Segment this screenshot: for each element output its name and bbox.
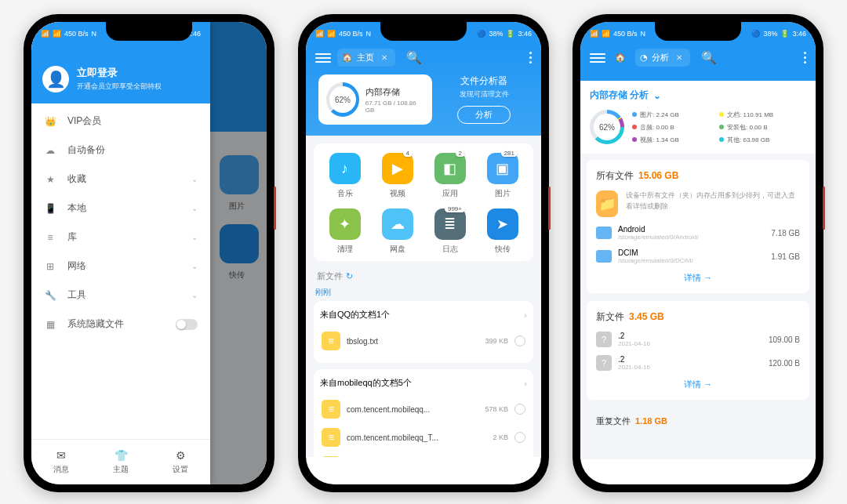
file-row[interactable]: ≡com.tencent.mobileqq_T...2 KB	[320, 423, 527, 451]
notch	[380, 22, 467, 41]
checkbox[interactable]	[514, 404, 525, 415]
menu-icon: ≡	[44, 232, 56, 243]
chevron-down-icon: ⌄	[191, 175, 198, 183]
file-size: 399 KB	[485, 337, 508, 345]
count-badge: 2	[456, 150, 465, 157]
file-date: 2021-04-16	[618, 340, 650, 347]
category-icon: ✦	[329, 208, 361, 240]
count-badge: 999+	[445, 205, 465, 212]
file-group-qq: 来自QQ的文档1个› ≡tbslog.txt399 KB	[314, 301, 533, 363]
category-item[interactable]: ◧应用2	[424, 153, 476, 199]
drawer-item[interactable]: 📱本地⌄	[31, 194, 210, 223]
refresh-icon[interactable]: ↻	[346, 271, 353, 281]
legend-dot	[632, 137, 637, 142]
new-file-row[interactable]: ?.22021-04-16120.00 B	[596, 355, 800, 371]
stats-panel: 62% 图片: 2.24 GB文档: 110.91 MB音频: 0.00 B安装…	[580, 105, 816, 154]
category-item[interactable]: ≣日志999+	[424, 208, 476, 255]
login-subtitle: 开通会员立即享受全部特权	[77, 82, 162, 92]
storage-card[interactable]: 62% 内部存储 67.71 GB / 108.86 GB	[318, 74, 432, 125]
dropdown-icon[interactable]: ⌄	[653, 90, 661, 101]
category-label: 图片	[495, 188, 511, 199]
footer-item[interactable]: 👕主题	[91, 440, 151, 484]
category-item[interactable]: ☁网盘	[371, 208, 424, 255]
time-label: 刚刚	[315, 287, 532, 298]
category-item[interactable]: ✦清理	[318, 208, 371, 255]
tab-home[interactable]: 🏠 主页 ✕	[337, 49, 395, 67]
checkbox[interactable]	[514, 335, 525, 346]
file-name: .2	[618, 332, 650, 340]
category-item[interactable]: ➤快传	[476, 208, 529, 255]
legend-item: 安装包: 0.00 B	[719, 123, 806, 132]
drawer-item[interactable]: ⊞网络⌄	[31, 252, 210, 281]
chevron-right-icon[interactable]: ›	[524, 310, 527, 320]
category-label: 日志	[442, 244, 458, 255]
analyze-button[interactable]: 分析	[457, 106, 511, 124]
side-drawer: 📶📶450 B/sN 🔵38%🔋3:46 👤 立即登录 开通会员立即享受全部特权…	[31, 22, 210, 484]
hamburger-icon[interactable]	[315, 53, 331, 63]
drawer-item[interactable]: 👑VIP会员	[31, 107, 210, 136]
login-title: 立即登录	[77, 66, 162, 80]
avatar-icon: 👤	[42, 66, 69, 92]
drawer-item[interactable]: ≡库⌄	[31, 223, 210, 252]
page-subtitle: 内部存储 分析⌄	[580, 81, 816, 105]
more-icon[interactable]	[529, 52, 532, 63]
menu-label: 本地	[67, 201, 86, 215]
category-label: 网盘	[390, 244, 405, 255]
close-icon[interactable]: ✕	[381, 53, 387, 62]
folder-size: 1.91 GB	[771, 252, 800, 261]
folder-name: Android	[618, 225, 699, 234]
tab-analyze[interactable]: ◔ 分析 ✕	[635, 49, 690, 67]
tab-home[interactable]: 🏠	[612, 49, 629, 66]
chevron-down-icon: ⌄	[191, 262, 198, 270]
folder-icon: 📁	[596, 190, 618, 217]
drawer-header[interactable]: 👤 立即登录 开通会员立即享受全部特权	[31, 42, 210, 103]
drawer-item[interactable]: ★收藏⌄	[31, 165, 210, 194]
footer-icon: ✉	[56, 449, 66, 462]
file-row[interactable]: ≡com.tencent.mobileqq_t...90 KB	[320, 451, 527, 457]
drawer-item[interactable]: 🔧工具⌄	[31, 281, 210, 310]
category-label: 音乐	[337, 188, 353, 199]
phone-3: 📶📶450 B/sN 🔵38%🔋3:46 🏠 ◔ 分析 ✕ 🔍 内部存储 分析⌄…	[573, 14, 823, 492]
legend-dot	[632, 112, 637, 117]
hamburger-icon[interactable]	[590, 53, 605, 63]
search-icon[interactable]: 🔍	[406, 50, 422, 65]
folder-row[interactable]: DCIM/storage/emulated/0/DCIM/1.91 GB	[596, 248, 800, 264]
footer-icon: ⚙	[176, 449, 186, 462]
menu-label: 系统隐藏文件	[67, 317, 124, 331]
details-link[interactable]: 详情 →	[596, 379, 800, 390]
category-icon: ☁	[382, 208, 413, 240]
drawer-item[interactable]: ▦系统隐藏文件	[31, 310, 210, 339]
menu-label: VIP会员	[67, 114, 101, 128]
menu-label: 工具	[67, 288, 86, 302]
legend-label: 图片: 2.24 GB	[640, 111, 679, 119]
footer-item[interactable]: ✉消息	[31, 440, 91, 484]
file-row[interactable]: ≡tbslog.txt399 KB	[320, 327, 527, 355]
drawer-item[interactable]: ☁自动备份	[31, 136, 210, 165]
file-size: 120.00 B	[769, 359, 800, 368]
search-icon[interactable]: 🔍	[701, 50, 717, 65]
legend-item: 其他: 63.98 GB	[719, 136, 806, 144]
footer-item[interactable]: ⚙设置	[151, 440, 210, 484]
more-icon[interactable]	[804, 52, 806, 63]
toggle-switch[interactable]	[176, 319, 198, 330]
usage-ring: 62%	[590, 110, 624, 144]
folder-path: /storage/emulated/0/Android/	[618, 234, 699, 241]
legend-dot	[719, 125, 724, 129]
category-item[interactable]: ♪音乐	[318, 153, 371, 199]
file-row[interactable]: ≡com.tencent.mobileqq...578 KB	[320, 395, 527, 423]
folder-name: DCIM	[618, 248, 693, 257]
menu-icon: 📱	[44, 203, 56, 214]
legend-label: 其他: 63.98 GB	[727, 136, 769, 144]
footer-label: 消息	[53, 464, 69, 475]
close-icon[interactable]: ✕	[676, 53, 682, 62]
new-file-row[interactable]: ?.22021-04-16109.00 B	[596, 332, 800, 347]
folder-row[interactable]: Android/storage/emulated/0/Android/7.18 …	[596, 225, 800, 241]
category-icon: ▶	[382, 153, 413, 184]
category-item[interactable]: ▣图片281	[476, 153, 529, 199]
checkbox[interactable]	[514, 432, 525, 443]
legend-label: 视频: 1.34 GB	[640, 136, 679, 144]
category-label: 清理	[337, 244, 353, 255]
category-item[interactable]: ▶视频4	[371, 153, 424, 199]
chevron-right-icon[interactable]: ›	[524, 379, 527, 388]
details-link[interactable]: 详情 →	[596, 272, 800, 284]
